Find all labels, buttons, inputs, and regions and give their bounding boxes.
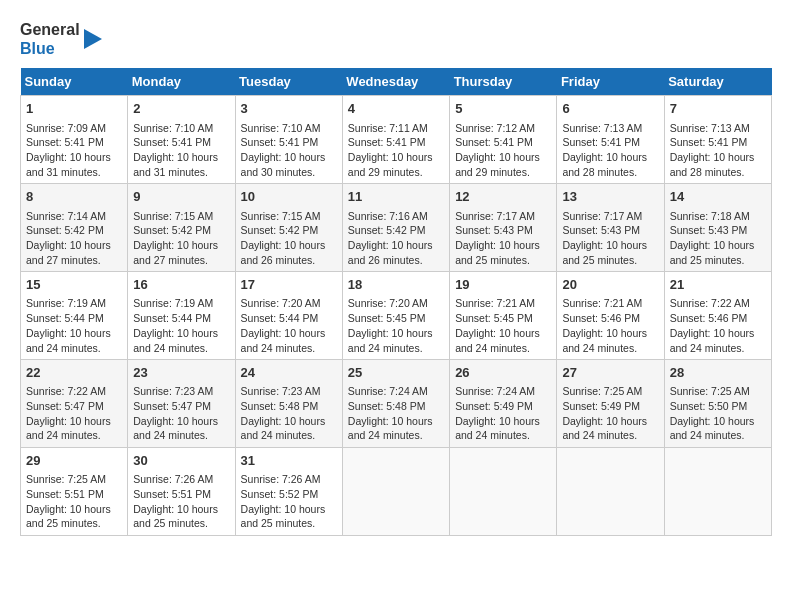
sunset-text: Sunset: 5:49 PM	[455, 400, 533, 412]
sunset-text: Sunset: 5:41 PM	[455, 136, 533, 148]
sunset-text: Sunset: 5:49 PM	[562, 400, 640, 412]
sunrise-text: Sunrise: 7:22 AM	[670, 297, 750, 309]
calendar-cell: 29Sunrise: 7:25 AMSunset: 5:51 PMDayligh…	[21, 448, 128, 536]
calendar-cell: 25Sunrise: 7:24 AMSunset: 5:48 PMDayligh…	[342, 360, 449, 448]
sunset-text: Sunset: 5:45 PM	[455, 312, 533, 324]
daylight-text: Daylight: 10 hours and 24 minutes.	[133, 415, 218, 442]
day-number: 23	[133, 364, 229, 382]
sunset-text: Sunset: 5:41 PM	[133, 136, 211, 148]
sunset-text: Sunset: 5:45 PM	[348, 312, 426, 324]
calendar-cell: 1Sunrise: 7:09 AMSunset: 5:41 PMDaylight…	[21, 96, 128, 184]
sunrise-text: Sunrise: 7:20 AM	[241, 297, 321, 309]
sunset-text: Sunset: 5:44 PM	[241, 312, 319, 324]
daylight-text: Daylight: 10 hours and 25 minutes.	[670, 239, 755, 266]
daylight-text: Daylight: 10 hours and 24 minutes.	[348, 327, 433, 354]
day-number: 20	[562, 276, 658, 294]
calendar-cell: 31Sunrise: 7:26 AMSunset: 5:52 PMDayligh…	[235, 448, 342, 536]
calendar-cell	[450, 448, 557, 536]
sunset-text: Sunset: 5:44 PM	[133, 312, 211, 324]
day-header-saturday: Saturday	[664, 68, 771, 96]
day-number: 10	[241, 188, 337, 206]
sunrise-text: Sunrise: 7:13 AM	[562, 122, 642, 134]
calendar-week-row: 15Sunrise: 7:19 AMSunset: 5:44 PMDayligh…	[21, 272, 772, 360]
calendar-cell: 7Sunrise: 7:13 AMSunset: 5:41 PMDaylight…	[664, 96, 771, 184]
day-number: 8	[26, 188, 122, 206]
sunrise-text: Sunrise: 7:19 AM	[133, 297, 213, 309]
day-header-tuesday: Tuesday	[235, 68, 342, 96]
logo: GeneralBlue	[20, 20, 104, 58]
sunset-text: Sunset: 5:42 PM	[348, 224, 426, 236]
calendar-cell: 27Sunrise: 7:25 AMSunset: 5:49 PMDayligh…	[557, 360, 664, 448]
daylight-text: Daylight: 10 hours and 25 minutes.	[241, 503, 326, 530]
sunrise-text: Sunrise: 7:18 AM	[670, 210, 750, 222]
calendar-cell: 30Sunrise: 7:26 AMSunset: 5:51 PMDayligh…	[128, 448, 235, 536]
calendar-week-row: 29Sunrise: 7:25 AMSunset: 5:51 PMDayligh…	[21, 448, 772, 536]
day-number: 11	[348, 188, 444, 206]
sunrise-text: Sunrise: 7:15 AM	[133, 210, 213, 222]
calendar-cell: 22Sunrise: 7:22 AMSunset: 5:47 PMDayligh…	[21, 360, 128, 448]
sunset-text: Sunset: 5:41 PM	[348, 136, 426, 148]
daylight-text: Daylight: 10 hours and 24 minutes.	[133, 327, 218, 354]
daylight-text: Daylight: 10 hours and 30 minutes.	[241, 151, 326, 178]
sunrise-text: Sunrise: 7:09 AM	[26, 122, 106, 134]
sunset-text: Sunset: 5:42 PM	[26, 224, 104, 236]
daylight-text: Daylight: 10 hours and 28 minutes.	[670, 151, 755, 178]
day-number: 27	[562, 364, 658, 382]
daylight-text: Daylight: 10 hours and 28 minutes.	[562, 151, 647, 178]
calendar-cell: 17Sunrise: 7:20 AMSunset: 5:44 PMDayligh…	[235, 272, 342, 360]
daylight-text: Daylight: 10 hours and 24 minutes.	[26, 415, 111, 442]
calendar-cell: 23Sunrise: 7:23 AMSunset: 5:47 PMDayligh…	[128, 360, 235, 448]
calendar-week-row: 22Sunrise: 7:22 AMSunset: 5:47 PMDayligh…	[21, 360, 772, 448]
daylight-text: Daylight: 10 hours and 24 minutes.	[26, 327, 111, 354]
sunrise-text: Sunrise: 7:13 AM	[670, 122, 750, 134]
sunset-text: Sunset: 5:52 PM	[241, 488, 319, 500]
sunset-text: Sunset: 5:51 PM	[26, 488, 104, 500]
day-number: 2	[133, 100, 229, 118]
sunrise-text: Sunrise: 7:17 AM	[562, 210, 642, 222]
calendar-cell: 16Sunrise: 7:19 AMSunset: 5:44 PMDayligh…	[128, 272, 235, 360]
sunset-text: Sunset: 5:47 PM	[133, 400, 211, 412]
day-header-monday: Monday	[128, 68, 235, 96]
day-number: 16	[133, 276, 229, 294]
day-number: 19	[455, 276, 551, 294]
calendar-cell	[664, 448, 771, 536]
calendar-cell: 4Sunrise: 7:11 AMSunset: 5:41 PMDaylight…	[342, 96, 449, 184]
calendar-week-row: 1Sunrise: 7:09 AMSunset: 5:41 PMDaylight…	[21, 96, 772, 184]
sunrise-text: Sunrise: 7:24 AM	[348, 385, 428, 397]
daylight-text: Daylight: 10 hours and 24 minutes.	[348, 415, 433, 442]
daylight-text: Daylight: 10 hours and 24 minutes.	[670, 415, 755, 442]
day-number: 3	[241, 100, 337, 118]
sunrise-text: Sunrise: 7:11 AM	[348, 122, 428, 134]
daylight-text: Daylight: 10 hours and 31 minutes.	[133, 151, 218, 178]
daylight-text: Daylight: 10 hours and 29 minutes.	[455, 151, 540, 178]
sunset-text: Sunset: 5:48 PM	[241, 400, 319, 412]
calendar-cell: 20Sunrise: 7:21 AMSunset: 5:46 PMDayligh…	[557, 272, 664, 360]
sunrise-text: Sunrise: 7:23 AM	[133, 385, 213, 397]
calendar-cell: 13Sunrise: 7:17 AMSunset: 5:43 PMDayligh…	[557, 184, 664, 272]
day-header-thursday: Thursday	[450, 68, 557, 96]
day-number: 24	[241, 364, 337, 382]
day-number: 22	[26, 364, 122, 382]
day-number: 15	[26, 276, 122, 294]
daylight-text: Daylight: 10 hours and 24 minutes.	[455, 327, 540, 354]
calendar-cell: 19Sunrise: 7:21 AMSunset: 5:45 PMDayligh…	[450, 272, 557, 360]
calendar-cell: 5Sunrise: 7:12 AMSunset: 5:41 PMDaylight…	[450, 96, 557, 184]
day-number: 13	[562, 188, 658, 206]
calendar-cell: 18Sunrise: 7:20 AMSunset: 5:45 PMDayligh…	[342, 272, 449, 360]
sunset-text: Sunset: 5:46 PM	[562, 312, 640, 324]
sunset-text: Sunset: 5:43 PM	[670, 224, 748, 236]
sunset-text: Sunset: 5:44 PM	[26, 312, 104, 324]
sunrise-text: Sunrise: 7:10 AM	[241, 122, 321, 134]
daylight-text: Daylight: 10 hours and 24 minutes.	[455, 415, 540, 442]
sunrise-text: Sunrise: 7:25 AM	[562, 385, 642, 397]
sunset-text: Sunset: 5:47 PM	[26, 400, 104, 412]
daylight-text: Daylight: 10 hours and 27 minutes.	[26, 239, 111, 266]
sunset-text: Sunset: 5:41 PM	[26, 136, 104, 148]
daylight-text: Daylight: 10 hours and 27 minutes.	[133, 239, 218, 266]
sunrise-text: Sunrise: 7:26 AM	[241, 473, 321, 485]
day-number: 25	[348, 364, 444, 382]
day-number: 4	[348, 100, 444, 118]
calendar-cell: 21Sunrise: 7:22 AMSunset: 5:46 PMDayligh…	[664, 272, 771, 360]
calendar-cell: 2Sunrise: 7:10 AMSunset: 5:41 PMDaylight…	[128, 96, 235, 184]
sunrise-text: Sunrise: 7:21 AM	[455, 297, 535, 309]
